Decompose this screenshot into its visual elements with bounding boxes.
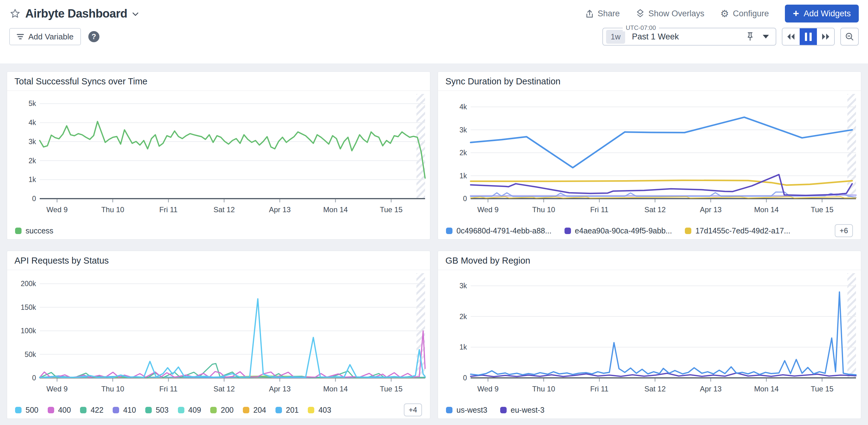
chart-canvas[interactable]: 01k2k3k4kWed 9Thu 10Fri 11Sat 12Apr 13Mo… (438, 91, 861, 222)
svg-text:4k: 4k (460, 103, 467, 111)
favorite-star-button[interactable] (9, 8, 21, 20)
svg-text:4k: 4k (29, 119, 36, 127)
add-widgets-button[interactable]: + Add Widgets (785, 5, 859, 23)
time-backward-button[interactable] (782, 28, 800, 45)
configure-label: Configure (733, 9, 769, 19)
add-widgets-label: Add Widgets (804, 9, 851, 19)
svg-text:3k: 3k (29, 138, 36, 146)
pin-icon[interactable] (746, 32, 754, 41)
zoom-out-button[interactable] (840, 28, 859, 45)
page-title: Airbyte Dashboard (25, 7, 127, 20)
time-range-picker[interactable]: UTC-07:00 1w Past 1 Week (602, 28, 776, 45)
svg-text:Thu 10: Thu 10 (101, 385, 124, 393)
configure-button[interactable]: ⚙ Configure (720, 9, 769, 19)
legend-item-204[interactable]: 204 (243, 405, 266, 415)
legend-swatch (80, 407, 87, 413)
legend-item-0c49680d-4791-4ebb-a88-[interactable]: 0c49680d-4791-4ebb-a88... (446, 226, 552, 235)
series-17d1455c-7ed5-49d2-a17 (471, 180, 852, 185)
title-menu-button[interactable] (132, 12, 139, 18)
svg-text:Tue 15: Tue 15 (811, 385, 834, 393)
legend-item-500[interactable]: 500 (15, 405, 38, 415)
legend-label: 409 (188, 405, 201, 415)
legend-label: eu-west-3 (510, 405, 545, 415)
caret-down-icon[interactable] (763, 35, 769, 38)
legend-swatch (446, 227, 453, 234)
legend-item-403[interactable]: 403 (308, 405, 331, 415)
svg-text:Apr 13: Apr 13 (700, 385, 722, 393)
svg-text:150k: 150k (21, 303, 36, 311)
chart-canvas[interactable]: 01k2k3kWed 9Thu 10Fri 11Sat 12Apr 13Mon … (438, 270, 861, 401)
legend-more-button[interactable]: +4 (404, 403, 422, 416)
svg-text:5k: 5k (29, 99, 36, 108)
legend-label: 201 (286, 405, 299, 415)
svg-text:Mon 14: Mon 14 (754, 205, 779, 214)
legend-swatch (446, 407, 453, 413)
time-forward-button[interactable] (817, 28, 834, 45)
legend-item-success[interactable]: success (15, 226, 53, 235)
time-pause-button[interactable] (800, 28, 817, 45)
series-500 (40, 299, 425, 377)
legend-swatch (48, 407, 54, 413)
share-label: Share (598, 9, 620, 19)
legend-item-eu-west-3[interactable]: eu-west-3 (500, 405, 545, 415)
svg-text:Sat 12: Sat 12 (644, 205, 665, 214)
add-variable-button[interactable]: Add Variable (9, 28, 81, 45)
chart-canvas[interactable]: 01k2k3k4k5kWed 9Thu 10Fri 11Sat 12Apr 13… (7, 91, 430, 222)
legend-label: 0c49680d-4791-4ebb-a88... (457, 226, 552, 235)
forward-icon (821, 33, 830, 41)
svg-text:Wed 9: Wed 9 (46, 205, 68, 214)
legend-item-503[interactable]: 503 (145, 405, 169, 415)
widget-api-requests: API Requests by Status 050k100k150k200kW… (7, 251, 430, 419)
chart-canvas[interactable]: 050k100k150k200kWed 9Thu 10Fri 11Sat 12A… (7, 270, 430, 401)
svg-text:2k: 2k (460, 149, 467, 157)
legend-more-button[interactable]: +6 (835, 224, 853, 237)
svg-text:Fri 11: Fri 11 (159, 205, 178, 214)
legend-label: success (26, 226, 53, 235)
legend-label: 400 (58, 405, 71, 415)
svg-text:0: 0 (463, 195, 467, 203)
time-nav-group (782, 28, 835, 45)
help-icon[interactable]: ? (88, 31, 99, 42)
svg-text:Wed 9: Wed 9 (477, 385, 499, 393)
legend-item-400[interactable]: 400 (48, 405, 71, 415)
legend-item-17d1455c-7ed5-49d2-a17-[interactable]: 17d1455c-7ed5-49d2-a17... (685, 226, 790, 235)
legend-item-422[interactable]: 422 (80, 405, 103, 415)
widget-title: Total Successful Syncs over Time (7, 72, 430, 91)
widget-title: GB Moved by Region (438, 251, 861, 270)
legend-label: 410 (123, 405, 136, 415)
chart-gb-moved[interactable]: 01k2k3kWed 9Thu 10Fri 11Sat 12Apr 13Mon … (438, 270, 861, 401)
svg-text:Thu 10: Thu 10 (101, 205, 124, 214)
rewind-icon (786, 33, 796, 41)
legend-item-201[interactable]: 201 (276, 405, 299, 415)
legend-swatch (15, 227, 22, 234)
legend-item-us-west3[interactable]: us-west3 (446, 405, 487, 415)
legend-item-200[interactable]: 200 (210, 405, 234, 415)
plus-icon: + (793, 8, 799, 19)
svg-text:Sat 12: Sat 12 (213, 205, 235, 214)
incomplete-data-hatch (847, 273, 856, 378)
legend-item-e4aea90a-90ca-49f5-9abb-[interactable]: e4aea90a-90ca-49f5-9abb... (564, 226, 672, 235)
legend-label: 403 (318, 405, 331, 415)
dashboard-header: Airbyte Dashboard Share Show Overlays (0, 0, 868, 63)
widget-grid: Total Successful Syncs over Time 01k2k3k… (0, 63, 868, 425)
legend-item-410[interactable]: 410 (113, 405, 136, 415)
chart-api-requests[interactable]: 050k100k150k200kWed 9Thu 10Fri 11Sat 12A… (7, 270, 430, 401)
time-range-chip[interactable]: 1w (606, 30, 625, 44)
legend-label: 204 (253, 405, 266, 415)
legend-label: e4aea90a-90ca-49f5-9abb... (575, 226, 672, 235)
svg-text:0: 0 (32, 374, 36, 382)
legend-item-409[interactable]: 409 (178, 405, 201, 415)
svg-text:1k: 1k (460, 343, 467, 351)
svg-text:2k: 2k (460, 312, 467, 321)
svg-text:Apr 13: Apr 13 (700, 205, 722, 214)
svg-text:Mon 14: Mon 14 (323, 385, 348, 393)
svg-text:Wed 9: Wed 9 (46, 385, 68, 393)
svg-text:Thu 10: Thu 10 (532, 205, 555, 214)
show-overlays-button[interactable]: Show Overlays (636, 9, 705, 19)
legend-swatch (178, 407, 184, 413)
chart-total-successful-syncs[interactable]: 01k2k3k4k5kWed 9Thu 10Fri 11Sat 12Apr 13… (7, 91, 430, 222)
share-button[interactable]: Share (585, 9, 620, 19)
svg-text:Thu 10: Thu 10 (532, 385, 555, 393)
chart-sync-duration[interactable]: 01k2k3k4kWed 9Thu 10Fri 11Sat 12Apr 13Mo… (438, 91, 861, 222)
time-range-label: Past 1 Week (632, 32, 679, 41)
